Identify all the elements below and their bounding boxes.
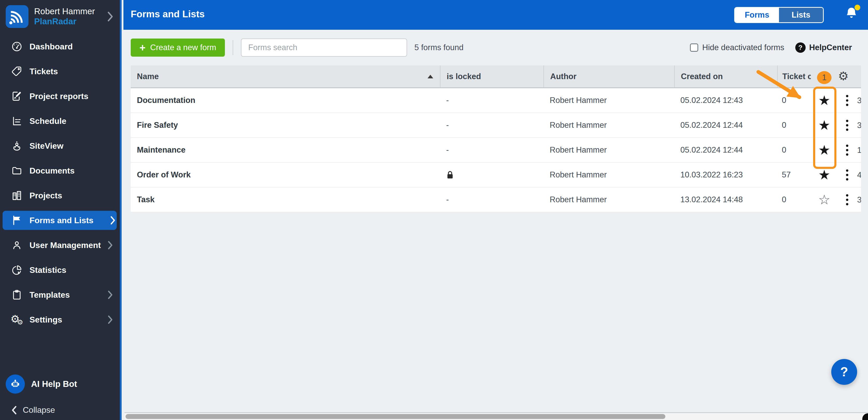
created-on-value: 10.03.2022 16:23 bbox=[674, 163, 777, 187]
table-row[interactable]: Maintenance - Robert Hammer 05.02.2024 1… bbox=[131, 138, 861, 163]
sidebar-item-label: Settings bbox=[30, 315, 107, 325]
row-menu-kebab-icon[interactable] bbox=[846, 144, 848, 156]
sidebar-item-label: Tickets bbox=[30, 67, 113, 76]
is-locked-value: - bbox=[440, 113, 544, 137]
form-name: Order of Work bbox=[131, 163, 440, 187]
sidebar: Robert Hammer PlanRadar Dashboard bbox=[0, 0, 122, 420]
sidebar-item-settings[interactable]: ⚙⚙ Settings bbox=[0, 307, 120, 332]
flag-icon bbox=[11, 215, 23, 226]
pie-chart-icon bbox=[11, 264, 23, 276]
sidebar-item-forms-and-lists[interactable]: Forms and Lists bbox=[0, 208, 120, 233]
sidebar-item-documents[interactable]: Documents bbox=[0, 158, 120, 183]
collapse-label: Collapse bbox=[23, 405, 55, 415]
clipped-column-value: 4 bbox=[857, 163, 861, 187]
sidebar-item-label: Templates bbox=[30, 290, 107, 300]
sidebar-item-label: Project reports bbox=[30, 92, 113, 101]
sidebar-item-statistics[interactable]: Statistics bbox=[0, 258, 120, 282]
sidebar-item-schedule[interactable]: Schedule bbox=[0, 108, 120, 133]
page-title: Forms and Lists bbox=[131, 9, 205, 20]
chevron-right-icon bbox=[107, 315, 113, 324]
table-row[interactable]: Documentation - Robert Hammer 05.02.2024… bbox=[131, 88, 861, 113]
column-header-ticket-count[interactable]: Ticket count bbox=[777, 65, 811, 88]
favorite-star-icon[interactable]: ★ bbox=[818, 94, 831, 107]
clipped-column-value: 1 bbox=[857, 138, 861, 162]
hide-deactivated-checkbox[interactable] bbox=[690, 43, 698, 52]
ai-help-bot-button[interactable]: AI Help Bot bbox=[6, 375, 77, 394]
sidebar-item-projects[interactable]: Projects bbox=[0, 183, 120, 208]
column-header-created-on[interactable]: Created on bbox=[674, 65, 777, 88]
sidebar-item-label: Projects bbox=[30, 191, 113, 200]
author-value: Robert Hammer bbox=[544, 188, 674, 212]
ticket-tag-icon bbox=[11, 65, 23, 77]
sidebar-item-templates[interactable]: Templates bbox=[0, 282, 120, 307]
create-new-form-button[interactable]: + Create a new form bbox=[131, 38, 225, 57]
horizontal-scrollbar-thumb[interactable] bbox=[125, 414, 665, 419]
chevron-right-icon bbox=[110, 216, 116, 225]
row-menu-kebab-icon[interactable] bbox=[846, 95, 848, 106]
column-header-name[interactable]: Name bbox=[131, 65, 440, 88]
row-menu-kebab-icon[interactable] bbox=[846, 194, 848, 205]
sort-ascending-icon bbox=[428, 75, 433, 78]
author-value: Robert Hammer bbox=[544, 138, 674, 162]
chevron-right-icon bbox=[106, 11, 114, 22]
collapse-sidebar-button[interactable]: Collapse bbox=[11, 405, 55, 415]
horizontal-scrollbar-track bbox=[124, 413, 868, 420]
planradar-logo-icon bbox=[6, 5, 28, 28]
report-pencil-icon bbox=[11, 90, 23, 102]
created-on-value: 05.02.2024 12:43 bbox=[674, 88, 777, 112]
sidebar-item-label: Schedule bbox=[30, 117, 113, 126]
clipped-column-value: 3 bbox=[857, 188, 861, 212]
hide-deactivated-label: Hide deactivated forms bbox=[702, 43, 784, 52]
column-header-is-locked[interactable]: is locked bbox=[440, 65, 544, 88]
help-center-label: HelpCenter bbox=[809, 43, 852, 52]
row-menu-kebab-icon[interactable] bbox=[846, 169, 848, 181]
favorite-star-icon[interactable]: ★ bbox=[818, 119, 831, 132]
table-header-row: Name is locked Author Created on Ticket … bbox=[131, 65, 861, 88]
favorite-star-outline-icon[interactable]: ☆ bbox=[818, 193, 831, 206]
sidebar-item-tickets[interactable]: Tickets bbox=[0, 59, 120, 84]
sidebar-item-label: Statistics bbox=[30, 265, 113, 275]
tab-lists[interactable]: Lists bbox=[779, 8, 823, 22]
schedule-gantt-icon bbox=[11, 115, 23, 127]
sidebar-item-dashboard[interactable]: Dashboard bbox=[0, 34, 120, 59]
row-menu-kebab-icon[interactable] bbox=[846, 120, 848, 131]
tab-forms[interactable]: Forms bbox=[735, 8, 779, 22]
question-mark-icon: ? bbox=[840, 364, 848, 379]
siteview-person-icon bbox=[11, 140, 23, 152]
sidebar-item-project-reports[interactable]: Project reports bbox=[0, 84, 120, 108]
author-value: Robert Hammer bbox=[544, 163, 674, 187]
page-header: Forms and Lists Forms Lists bbox=[123, 0, 868, 30]
favorite-star-icon[interactable]: ★ bbox=[818, 143, 831, 157]
sidebar-item-label: Dashboard bbox=[30, 42, 113, 52]
robot-icon bbox=[6, 375, 25, 394]
clipped-column-value: 3 bbox=[857, 113, 861, 137]
favorite-star-icon[interactable]: ★ bbox=[818, 168, 831, 182]
author-value: Robert Hammer bbox=[544, 88, 674, 112]
form-name: Maintenance bbox=[131, 138, 440, 162]
notification-dot bbox=[855, 5, 860, 10]
table-row[interactable]: Task - Robert Hammer 13.02.2024 14:48 0 … bbox=[131, 188, 861, 212]
table-row[interactable]: Order of Work Robert Hammer 10.03.2022 1… bbox=[131, 163, 861, 188]
ai-help-bot-label: AI Help Bot bbox=[31, 379, 77, 389]
sidebar-item-user-management[interactable]: User Management bbox=[0, 233, 120, 258]
forms-search-input[interactable] bbox=[241, 38, 407, 57]
sidebar-item-label: SiteView bbox=[30, 141, 113, 151]
ticket-count-value: 0 bbox=[777, 138, 811, 162]
clipboard-icon bbox=[11, 289, 23, 301]
column-header-author[interactable]: Author bbox=[544, 65, 674, 88]
help-center-link[interactable]: ? HelpCenter bbox=[795, 42, 852, 53]
forms-lists-toggle: Forms Lists bbox=[734, 7, 824, 23]
form-name: Task bbox=[131, 188, 440, 212]
notifications-bell-button[interactable] bbox=[844, 6, 860, 24]
form-name: Fire Safety bbox=[131, 113, 440, 137]
ticket-count-value: 57 bbox=[777, 163, 811, 187]
created-on-value: 05.02.2024 12:44 bbox=[674, 113, 777, 137]
results-count: 5 forms found bbox=[414, 43, 464, 52]
table-row[interactable]: Fire Safety - Robert Hammer 05.02.2024 1… bbox=[131, 113, 861, 138]
chevron-right-icon bbox=[107, 241, 113, 250]
sidebar-item-siteview[interactable]: SiteView bbox=[0, 133, 120, 158]
help-fab-button[interactable]: ? bbox=[831, 359, 857, 385]
column-settings-gear-icon[interactable]: ⚙ bbox=[838, 70, 848, 82]
create-new-form-label: Create a new form bbox=[150, 43, 216, 52]
user-account-switcher[interactable]: Robert Hammer PlanRadar bbox=[0, 0, 120, 33]
